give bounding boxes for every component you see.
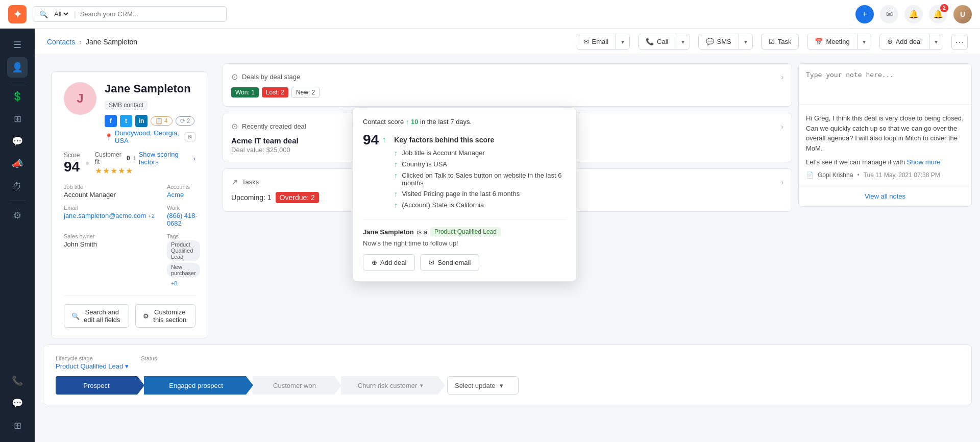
popup-factors-title: Key factors behind this score bbox=[394, 136, 566, 144]
search-edit-fields-button[interactable]: 🔍 Search and edit all fields bbox=[64, 304, 129, 328]
recent-deal-icon: ⊙ bbox=[231, 121, 238, 131]
call-action-label: Call bbox=[657, 38, 668, 45]
sms-caret-button[interactable]: ▾ bbox=[739, 34, 752, 49]
main-content: Contacts › Jane Sampleton ✉ Email ▾ 📞 Ca… bbox=[35, 29, 980, 442]
email-value[interactable]: jane.sampleton@acme.com bbox=[64, 212, 146, 219]
deals-by-stage-card[interactable]: ⊙ Deals by deal stage › Won: 1 Lost: 2 N… bbox=[223, 63, 792, 107]
tag-more[interactable]: +8 bbox=[167, 279, 182, 287]
note-entry: Hi Greg, I think this deal is very close… bbox=[799, 106, 971, 186]
factor-up-icon-2: ↑ bbox=[394, 160, 398, 168]
lifecycle-stage-value[interactable]: Product Qualified Lead ▾ bbox=[56, 362, 129, 370]
stars-rating: ★★★★★ bbox=[95, 166, 195, 176]
notes-textarea[interactable] bbox=[799, 64, 971, 105]
task-action-button[interactable]: ☑ Task bbox=[761, 34, 799, 50]
chevron-right-icon: › bbox=[193, 155, 195, 162]
email-nav-button[interactable]: ✉ bbox=[880, 5, 898, 23]
right-column: Hi Greg, I think this deal is very close… bbox=[798, 63, 972, 338]
search-scope-select[interactable]: All bbox=[52, 10, 70, 18]
churn-risk-label: Churn risk customer bbox=[358, 382, 417, 389]
show-scoring-factors-link[interactable]: Show scoring factors › bbox=[139, 151, 195, 166]
copy-location-button[interactable]: ⎘ bbox=[185, 132, 195, 141]
score-label-group: Score 94 bbox=[64, 152, 80, 175]
fields-grid: Job title Account Manager Accounts Acme … bbox=[64, 184, 195, 287]
add-button[interactable]: + bbox=[855, 5, 874, 23]
accounts-field: Accounts Acme bbox=[167, 184, 200, 199]
accounts-value[interactable]: Acme bbox=[167, 191, 200, 199]
notifications-button[interactable]: 🔔 bbox=[904, 5, 923, 23]
view-all-notes-link[interactable]: View all notes bbox=[799, 186, 971, 206]
sms-icon: 💬 bbox=[706, 38, 714, 45]
sidebar-item-menu[interactable]: ☰ bbox=[7, 35, 28, 55]
lifecycle-select-update[interactable]: Select update ▾ bbox=[447, 376, 519, 395]
linkedin-icon[interactable]: in bbox=[135, 115, 148, 127]
sidebar-item-settings[interactable]: ⚙ bbox=[7, 205, 28, 226]
meeting-caret-button[interactable]: ▾ bbox=[857, 34, 871, 49]
factor-up-icon-4: ↑ bbox=[394, 190, 398, 198]
customize-icon: ⚙ bbox=[143, 312, 149, 320]
popup-add-deal-button[interactable]: ⊕ Add deal bbox=[363, 254, 415, 271]
sidebar-item-messages[interactable]: 💬 bbox=[7, 131, 28, 152]
phone-count: 4 bbox=[164, 117, 168, 125]
sidebar-item-grid[interactable]: ⊞ bbox=[7, 415, 28, 436]
call-icon: 📞 bbox=[646, 38, 654, 45]
email-action-button[interactable]: ✉ Email bbox=[576, 34, 617, 49]
bell-icon: 🔔 bbox=[909, 9, 919, 19]
popup-send-email-button[interactable]: ✉ Send email bbox=[420, 254, 479, 271]
sidebar-divider bbox=[9, 82, 26, 82]
connections-badge[interactable]: ⟳ 2 bbox=[176, 116, 195, 126]
note-timestamp: Tue 11 May, 2021 07:38 PM bbox=[864, 171, 940, 179]
won-badge: Won: 1 bbox=[231, 87, 259, 97]
call-action-button[interactable]: 📞 Call bbox=[639, 34, 676, 49]
email-caret-button[interactable]: ▾ bbox=[616, 34, 629, 49]
sidebar-item-deals[interactable]: 💲 bbox=[7, 86, 28, 107]
twitter-icon[interactable]: t bbox=[120, 115, 132, 127]
job-title-value: Account Manager bbox=[64, 191, 155, 199]
lifecycle-step-won[interactable]: Customer won bbox=[253, 376, 334, 395]
sidebar-item-apps[interactable]: ⊞ bbox=[7, 109, 28, 129]
phone-count-badge[interactable]: 📋 4 bbox=[151, 116, 173, 126]
add-deal-action-button[interactable]: ⊕ Add deal bbox=[880, 34, 929, 49]
avatar[interactable]: U bbox=[953, 5, 972, 23]
tag-new-purchaser[interactable]: New purchaser bbox=[167, 263, 200, 277]
sidebar-item-phone[interactable]: 📞 bbox=[7, 371, 28, 391]
factor-text-2: Country is USA bbox=[402, 160, 447, 168]
section-actions: 🔍 Search and edit all fields ⚙ Customize… bbox=[64, 296, 195, 328]
notes-card: Hi Greg, I think this deal is very close… bbox=[798, 63, 972, 207]
meeting-action-button[interactable]: 📅 Meeting bbox=[807, 34, 857, 49]
sales-owner-value: John Smith bbox=[64, 240, 155, 248]
location-text[interactable]: Dundywood, Georgia, USA bbox=[115, 129, 181, 144]
breadcrumb-contacts[interactable]: Contacts bbox=[47, 38, 75, 46]
email-more-link[interactable]: +2 bbox=[148, 213, 155, 219]
popup-add-deal-icon: ⊕ bbox=[372, 259, 377, 266]
work-phone-value[interactable]: (866) 418-0682 bbox=[167, 212, 200, 227]
factor-up-icon-1: ↑ bbox=[394, 149, 398, 157]
call-caret-button[interactable]: ▾ bbox=[676, 34, 690, 49]
sms-action-button[interactable]: 💬 SMS bbox=[699, 34, 739, 49]
add-deal-caret-button[interactable]: ▾ bbox=[929, 34, 943, 49]
sidebar-item-reports[interactable]: ⏱ bbox=[7, 176, 28, 197]
lost-badge: Lost: 2 bbox=[262, 87, 288, 97]
alerts-button[interactable]: 🔔 2 bbox=[929, 5, 947, 23]
search-fields-icon: 🔍 bbox=[71, 312, 80, 320]
sidebar-item-chat[interactable]: 💬 bbox=[7, 393, 28, 413]
show-more-link[interactable]: Show more bbox=[907, 158, 941, 166]
sidebar-divider-2 bbox=[9, 201, 26, 201]
sidebar-item-campaigns[interactable]: 📣 bbox=[7, 154, 28, 174]
top-nav: ✦ 🔍 All | + ✉ 🔔 🔔 2 U bbox=[0, 0, 980, 29]
lifecycle-step-churn[interactable]: Churn risk customer ▾ bbox=[341, 376, 438, 395]
more-actions-button[interactable]: ⋯ bbox=[951, 34, 968, 50]
contact-section: J Jane Sampleton SMB contact f t in 📋 4 bbox=[51, 71, 208, 338]
note-text-2: Let's see if we can manage it with Show … bbox=[806, 157, 964, 167]
search-input[interactable] bbox=[80, 10, 220, 18]
tag-pql[interactable]: Product Qualified Lead bbox=[167, 240, 200, 261]
sub-nav: Contacts › Jane Sampleton ✉ Email ▾ 📞 Ca… bbox=[35, 29, 980, 55]
customize-section-button[interactable]: ⚙ Customize this section bbox=[135, 304, 195, 328]
lifecycle-step-engaged[interactable]: Engaged prospect bbox=[144, 376, 246, 395]
popup-followup-text: Now's the right time to follow up! bbox=[363, 239, 566, 247]
facebook-icon[interactable]: f bbox=[105, 115, 117, 127]
sidebar-item-contacts[interactable]: 👤 bbox=[7, 57, 28, 78]
connections-icon: ⟳ bbox=[180, 117, 185, 125]
lifecycle-step-prospect[interactable]: Prospect bbox=[56, 376, 137, 395]
contact-name: Jane Sampleton bbox=[105, 82, 191, 95]
job-title-field: Job title Account Manager bbox=[64, 184, 155, 199]
